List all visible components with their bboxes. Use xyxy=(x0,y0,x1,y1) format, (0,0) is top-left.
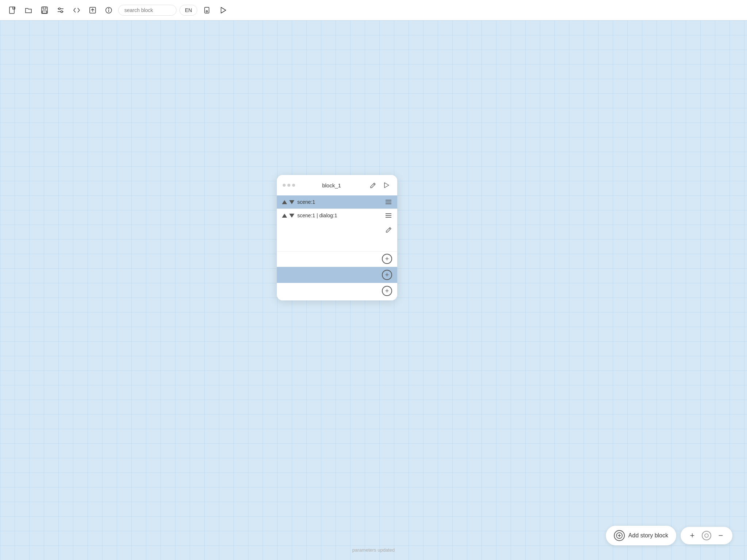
scene-row[interactable]: scene:1 xyxy=(277,195,397,209)
svg-point-9 xyxy=(61,11,63,12)
add-story-label: Add story block xyxy=(628,532,668,539)
block-header-actions xyxy=(368,180,391,190)
svg-line-18 xyxy=(374,184,375,185)
dot-3 xyxy=(292,184,295,187)
block-title: block_1 xyxy=(322,182,341,188)
scene-sort-controls xyxy=(282,200,294,204)
bottom-bar: Add story block + − xyxy=(606,526,732,545)
zoom-out-button[interactable]: − xyxy=(716,530,726,541)
svg-point-16 xyxy=(206,11,208,12)
language-selector[interactable]: EN xyxy=(179,5,197,16)
search-input[interactable]: search block xyxy=(124,7,168,13)
add-scene-row: + xyxy=(277,267,397,283)
search-wrapper: search block xyxy=(118,5,177,16)
add-dialog-section: + xyxy=(277,251,397,267)
dialog-content-area xyxy=(277,222,397,251)
add-block-button[interactable]: + xyxy=(382,286,392,296)
add-scene-button[interactable]: + xyxy=(382,270,392,280)
svg-point-14 xyxy=(108,8,109,9)
zoom-controls: + − xyxy=(681,527,732,544)
dialog-row[interactable]: scene:1 | dialog:1 xyxy=(277,209,397,222)
play-button[interactable] xyxy=(216,4,229,17)
settings-button[interactable] xyxy=(54,4,67,17)
block-edit-button[interactable] xyxy=(368,180,378,190)
svg-line-26 xyxy=(389,228,390,229)
block-card: block_1 scene:1 xyxy=(277,175,397,300)
add-dialog-button[interactable]: + xyxy=(382,254,392,264)
dialog-menu-button[interactable] xyxy=(385,213,392,218)
app-preview-button[interactable] xyxy=(200,4,213,17)
zoom-in-button[interactable]: + xyxy=(687,530,697,541)
info-button[interactable] xyxy=(102,4,115,17)
open-folder-button[interactable] xyxy=(22,4,35,17)
add-story-plus-icon xyxy=(614,530,625,541)
block-header: block_1 xyxy=(277,175,397,195)
export-button[interactable] xyxy=(86,4,99,17)
add-story-block-button[interactable]: Add story block xyxy=(606,526,676,545)
zoom-reset-button[interactable] xyxy=(702,531,711,540)
scene-menu-button[interactable] xyxy=(385,199,392,205)
scene-label: scene:1 xyxy=(297,199,382,205)
add-block-row: + xyxy=(277,283,397,300)
svg-rect-4 xyxy=(43,7,46,9)
svg-rect-0 xyxy=(9,7,14,13)
new-file-button[interactable] xyxy=(6,4,19,17)
dialog-content-edit-button[interactable] xyxy=(386,226,392,233)
status-text: parameters updated xyxy=(352,547,395,553)
toolbar: search block EN xyxy=(0,0,747,20)
block-play-button[interactable] xyxy=(381,180,391,190)
svg-marker-17 xyxy=(221,7,226,13)
dot-2 xyxy=(287,184,290,187)
svg-point-8 xyxy=(59,8,61,9)
scene-move-up-icon[interactable] xyxy=(282,200,287,204)
dialog-move-up-icon[interactable] xyxy=(282,214,287,218)
svg-rect-5 xyxy=(42,11,47,13)
scene-move-down-icon[interactable] xyxy=(289,200,294,204)
code-button[interactable] xyxy=(70,4,83,17)
dot-1 xyxy=(283,184,286,187)
block-dots xyxy=(283,184,295,187)
save-button[interactable] xyxy=(38,4,51,17)
dialog-sort-controls xyxy=(282,214,294,218)
svg-marker-19 xyxy=(384,183,389,188)
dialog-move-down-icon[interactable] xyxy=(289,214,294,218)
dialog-label: scene:1 | dialog:1 xyxy=(297,213,382,218)
svg-point-30 xyxy=(705,534,708,537)
